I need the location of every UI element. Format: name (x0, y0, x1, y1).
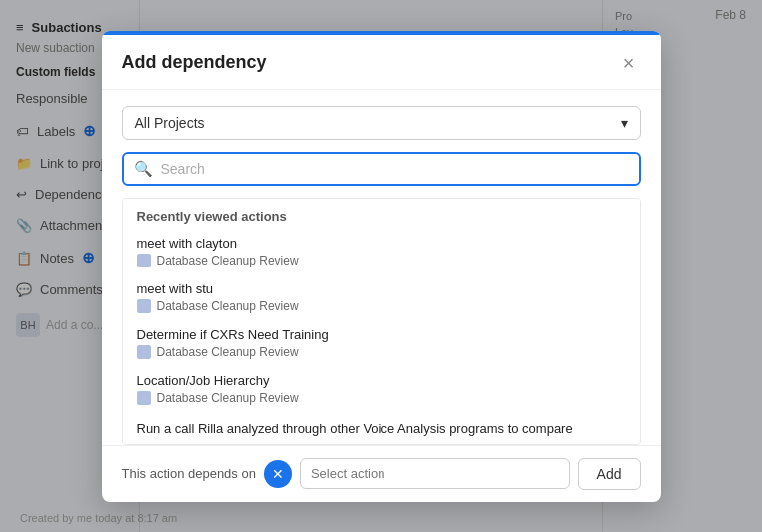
result-item-project-name: Database Cleanup Review (157, 254, 299, 267)
project-dropdown-label: All Projects (135, 115, 205, 131)
footer-action-select[interactable] (300, 458, 570, 489)
modal-overlay: Add dependency × All Projects ▾ 🔍 Recent… (0, 0, 762, 532)
footer-swap-icon-button[interactable]: ✕ (264, 460, 292, 488)
result-item[interactable]: meet with stu Database Cleanup Review (123, 275, 640, 321)
modal-close-button[interactable]: × (617, 51, 641, 75)
result-item-project-name: Database Cleanup Review (157, 391, 299, 405)
result-item-project-icon (137, 391, 151, 405)
result-item[interactable]: meet with clayton Database Cleanup Revie… (123, 230, 640, 275)
result-item-sub: Database Cleanup Review (137, 254, 626, 271)
result-item-project-name: Database Cleanup Review (157, 345, 299, 359)
result-item-project-name: Database Cleanup Review (157, 299, 299, 313)
modal-header: Add dependency × (102, 31, 661, 90)
add-dependency-modal: Add dependency × All Projects ▾ 🔍 Recent… (102, 31, 661, 502)
result-item-sub: Database Cleanup Review (137, 299, 626, 317)
add-button[interactable]: Add (578, 458, 641, 490)
modal-body: All Projects ▾ 🔍 Recently viewed actions… (102, 90, 661, 445)
search-icon: 🔍 (134, 160, 153, 178)
swap-icon: ✕ (272, 466, 284, 482)
result-item-project-icon (137, 254, 151, 267)
modal-title: Add dependency (122, 52, 267, 73)
result-item-last[interactable]: Run a call Rilla analyzed through other … (123, 413, 640, 444)
result-item-title: meet with stu (137, 281, 626, 296)
result-item-project-icon (137, 345, 151, 359)
result-item[interactable]: Determine if CXRs Need Training Database… (123, 321, 640, 367)
result-item-title: meet with clayton (137, 236, 626, 251)
chevron-down-icon: ▾ (621, 115, 628, 131)
result-item-title: Determine if CXRs Need Training (137, 327, 626, 342)
result-item-sub: Database Cleanup Review (137, 391, 626, 409)
result-item-sub: Database Cleanup Review (137, 345, 626, 363)
project-dropdown[interactable]: All Projects ▾ (122, 106, 641, 140)
search-container: 🔍 (122, 152, 641, 186)
last-item-title: Run a call Rilla analyzed through other … (137, 421, 573, 436)
result-item-title: Location/Job Hierarchy (137, 373, 626, 388)
result-item-project-icon (137, 299, 151, 313)
search-input[interactable] (161, 161, 629, 177)
modal-footer: This action depends on ✕ Add (102, 445, 661, 502)
results-section-title: Recently viewed actions (123, 199, 640, 230)
result-item[interactable]: Location/Job Hierarchy Database Cleanup … (123, 367, 640, 413)
results-list: Recently viewed actions meet with clayto… (122, 198, 641, 445)
footer-label: This action depends on (122, 466, 256, 481)
